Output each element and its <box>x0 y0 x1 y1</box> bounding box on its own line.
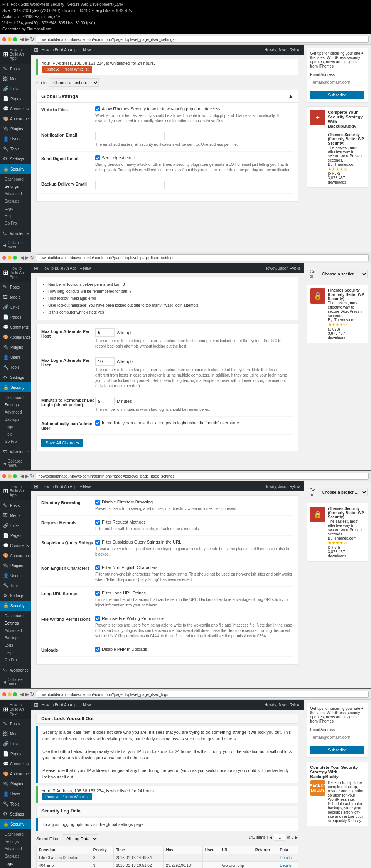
dir-browsing-checkbox[interactable] <box>95 500 100 505</box>
sidebar-item-posts-2[interactable]: ✎Posts <box>0 282 31 292</box>
address-bar-1[interactable]: howtobuildanapp.info/wp-admin/admin.php?… <box>36 36 369 43</box>
submenu-gopro-2[interactable]: Go Pro <box>0 438 31 445</box>
ban-admin-checkbox[interactable] <box>95 420 100 426</box>
file-writing-checkbox[interactable] <box>95 616 100 621</box>
submenu-dashboard[interactable]: Dashboard <box>0 176 31 183</box>
submenu-backups[interactable]: Backups <box>0 198 31 205</box>
browser-maximize-btn-3[interactable] <box>13 474 17 478</box>
sidebar-item-pages-3[interactable]: 📄Pages <box>0 530 31 540</box>
sidebar-item-plugins-2[interactable]: 🔌Plugins <box>0 342 31 352</box>
minutes-remember-input[interactable] <box>95 397 115 405</box>
submenu-advanced-2[interactable]: Advanced <box>0 409 31 416</box>
sidebar-item-links-4[interactable]: 🔗Links <box>0 739 31 749</box>
submenu-dashboard-3[interactable]: Dashboard <box>0 612 31 620</box>
forward-icon-2[interactable]: ▶ <box>25 255 29 260</box>
submenu-logs[interactable]: Logs <box>0 205 31 212</box>
refresh-icon-3[interactable]: ↻ <box>30 473 34 479</box>
admin-bar-howdy[interactable]: Howdy, Jason Rybka <box>265 48 300 52</box>
sidebar-item-appearance-2[interactable]: 🎨Appearance <box>0 332 31 342</box>
right-arrow-icon[interactable]: ▶ <box>295 835 298 839</box>
goto-select-3[interactable]: Choose a section... <box>318 488 368 496</box>
sidebar-item-appearance-3[interactable]: 🎨Appearance <box>0 551 31 561</box>
admin-bar-site-3[interactable]: How to Build An App <box>42 485 77 489</box>
sidebar-item-users[interactable]: 👤Users <box>0 134 31 144</box>
sidebar-item-media-4[interactable]: 🖼Media <box>0 729 31 739</box>
refresh-icon-2[interactable]: ↻ <box>30 255 34 260</box>
sidebar-item-users-2[interactable]: 👤Users <box>0 352 31 362</box>
sidebar-item-settings-2[interactable]: ⚙Settings <box>0 372 31 382</box>
refresh-icon-4[interactable]: ↻ <box>30 691 34 697</box>
row1-details-link[interactable]: Details <box>280 856 292 860</box>
submenu-advanced-4[interactable]: Advanced <box>0 845 31 853</box>
sidebar-item-settings-4[interactable]: ⚙Settings <box>0 809 31 819</box>
browser-minimize-btn-2[interactable] <box>8 256 12 260</box>
sidebar-item-users-3[interactable]: 👤Users <box>0 571 31 581</box>
back-icon[interactable]: ◀ <box>20 36 24 42</box>
admin-bar-howdy-3[interactable]: Howdy, Jason Rybka <box>265 485 300 489</box>
save-all-changes-btn[interactable]: Save All Changes <box>41 439 83 447</box>
suspicious-query-checkbox[interactable] <box>95 540 100 545</box>
sidebar-item-plugins-4[interactable]: 🔌Plugins <box>0 779 31 789</box>
submenu-dashboard-2[interactable]: Dashboard <box>0 394 31 401</box>
sidebar-item-appearance-4[interactable]: 🎨Appearance <box>0 769 31 779</box>
left-arrow-icon[interactable]: ◀ <box>269 835 272 839</box>
refresh-icon[interactable]: ↻ <box>30 36 34 42</box>
back-icon-3[interactable]: ◀ <box>20 473 24 479</box>
notification-email-input[interactable]: xbsjasondev@gmail.com <box>95 132 165 140</box>
submenu-settings-4[interactable]: Settings <box>0 838 31 845</box>
admin-bar-new-4[interactable]: + New <box>80 703 91 707</box>
back-icon-2[interactable]: ◀ <box>20 255 24 260</box>
browser-close-btn-4[interactable] <box>2 692 6 696</box>
collapse-menu-btn[interactable]: ◀Collapse menu <box>0 238 31 252</box>
admin-bar-site-4[interactable]: How to Build An App <box>42 703 77 707</box>
address-bar-2[interactable]: howtobuildanapp.info/wp-admin/admin.php?… <box>36 254 369 261</box>
sidebar-item-pages[interactable]: 📄Pages <box>0 94 31 104</box>
submenu-backups-4[interactable]: Backups <box>0 853 31 860</box>
admin-bar-new-3[interactable]: + New <box>80 485 91 489</box>
admin-bar-howdy-2[interactable]: Howdy, Jason Rybka <box>265 266 300 270</box>
admin-bar-new[interactable]: + New <box>80 48 91 52</box>
goto-select-1[interactable]: Choose a section... <box>49 78 99 87</box>
submenu-backups-2[interactable]: Backups <box>0 416 31 423</box>
submenu-settings-3[interactable]: Settings <box>0 620 31 627</box>
sidebar-item-plugins-3[interactable]: 🔌Plugins <box>0 561 31 571</box>
max-login-user-input[interactable] <box>95 357 115 366</box>
sidebar-item-links-3[interactable]: 🔗Links <box>0 520 31 530</box>
forward-icon-3[interactable]: ▶ <box>25 473 29 479</box>
subscribe-btn-4[interactable]: Subscribe <box>310 746 364 754</box>
sidebar-item-settings[interactable]: ⚙Settings <box>0 154 31 164</box>
submenu-settings[interactable]: Settings <box>0 183 31 190</box>
sidebar-item-comments-3[interactable]: 💬Comments <box>0 540 31 551</box>
collapse-panel-icon[interactable]: ▲ <box>288 93 293 99</box>
browser-maximize-btn-2[interactable] <box>13 256 17 260</box>
sidebar-item-tools[interactable]: 🔧Tools <box>0 144 31 154</box>
sidebar-item-media[interactable]: 🖼Media <box>0 74 31 84</box>
submenu-advanced-3[interactable]: Advanced <box>0 627 31 634</box>
submenu-help-2[interactable]: Help <box>0 431 31 438</box>
submenu-dashboard-4[interactable]: Dashboard <box>0 831 31 838</box>
sidebar-item-posts[interactable]: ✎Posts <box>0 64 31 74</box>
remove-ip-btn-1[interactable]: Remove IP from Whitelist <box>42 66 92 73</box>
address-bar-3[interactable]: howtobuildanapp.info/wp-admin/admin.php?… <box>36 473 369 480</box>
sidebar-item-links-2[interactable]: 🔗Links <box>0 302 31 312</box>
sidebar-item-wordfence-2[interactable]: 🛡Wordfence <box>0 447 31 457</box>
row2-details-link[interactable]: Details <box>280 863 292 868</box>
sidebar-item-users-4[interactable]: 👤Users <box>0 789 31 799</box>
sidebar-item-comments[interactable]: 💬Comments <box>0 104 31 114</box>
email-input[interactable] <box>310 78 364 86</box>
sidebar-item-security-3[interactable]: 🔒Security <box>0 601 31 611</box>
digest-email-checkbox[interactable] <box>95 155 100 160</box>
submenu-help-3[interactable]: Help <box>0 649 31 656</box>
submenu-advanced[interactable]: Advanced <box>0 190 31 198</box>
collapse-menu-btn-2[interactable]: ◀Collapse menu <box>0 457 31 470</box>
forward-icon-4[interactable]: ▶ <box>25 691 29 697</box>
sidebar-item-wordfence-3[interactable]: 🛡Wordfence <box>0 665 31 675</box>
browser-close-btn[interactable] <box>2 37 6 41</box>
sidebar-item-security-2[interactable]: 🔒Security <box>0 382 31 392</box>
collapse-menu-btn-3[interactable]: ◀Collapse menu <box>0 675 31 688</box>
sidebar-item-appearance[interactable]: 🎨Appearance <box>0 114 31 124</box>
submenu-help[interactable]: Help <box>0 212 31 220</box>
browser-minimize-btn-4[interactable] <box>8 692 12 696</box>
sidebar-item-posts-4[interactable]: ✎Posts <box>0 719 31 729</box>
whitelist-btn-4[interactable]: Remove IP from Whitelist <box>42 793 92 800</box>
